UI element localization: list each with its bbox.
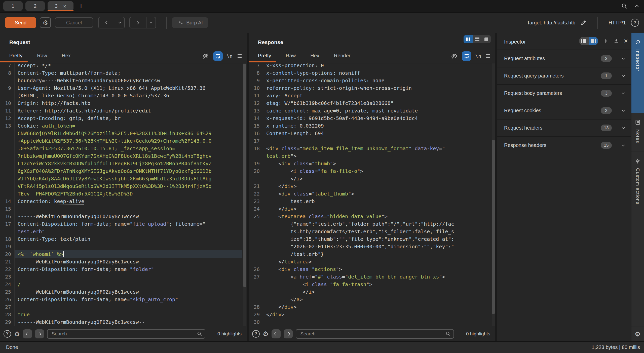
inspector-section-request-cookies[interactable]: Request cookies2 xyxy=(497,102,631,120)
forward-history-dropdown[interactable] xyxy=(146,17,156,28)
code-row[interactable]: 28 </div> xyxy=(249,303,495,311)
newline-toggle[interactable]: \n xyxy=(475,53,481,59)
code-row[interactable]: 14x-request-id: 9691d5bc-50af-443e-9494-… xyxy=(249,114,495,122)
response-tab-render[interactable]: Render xyxy=(334,53,351,59)
code-row[interactable]: 10Origin: http://facts.htb xyxy=(0,99,247,107)
response-tab-raw[interactable]: Raw xyxy=(286,53,296,59)
search-input[interactable] xyxy=(296,329,454,339)
code-row[interactable]: ize":15,"thumb":"","file_type":"unknown"… xyxy=(249,235,495,243)
pencil-icon[interactable] xyxy=(580,19,587,26)
code-row[interactable]: TEev--PH4FDQ%2FT%2Bn0r5XGCQXjC8w%3D%3D xyxy=(0,190,247,198)
code-row[interactable]: 26 <div class="actions"> xyxy=(249,265,495,273)
menu-icon[interactable] xyxy=(485,53,491,59)
expand-all-icon[interactable] xyxy=(603,38,609,44)
code-row[interactable]: 30 xyxy=(249,318,495,326)
response-tab-pretty[interactable]: Pretty xyxy=(258,53,271,59)
code-row[interactable]: 25------WebKitFormBoundaryuqOF0ZuyBc1wcc… xyxy=(0,288,247,296)
code-row[interactable]: 13cache-control: max-age=0, private, mus… xyxy=(249,107,495,114)
code-row[interactable]: 17Content-Disposition: form-data; name="… xyxy=(0,220,247,228)
code-row[interactable]: ts.htb/randomfacts/test.erb","is_folder"… xyxy=(249,228,495,235)
repeater-tab-1[interactable]: 1 xyxy=(3,1,23,11)
sidebar-tab-inspector[interactable]: Inspector xyxy=(631,33,644,113)
search-input[interactable] xyxy=(47,329,205,339)
search-icon[interactable] xyxy=(621,3,627,9)
code-row[interactable]: </i> xyxy=(249,175,495,182)
response-editor[interactable]: 7x-xss-protection: 08x-content-type-opti… xyxy=(249,63,495,326)
code-row[interactable]: L12dYeiWcY82kkvkcBxDDWfploffUlJIPeqRBJ9C… xyxy=(0,160,247,167)
code-row[interactable]: 23 xyxy=(0,273,247,281)
word-wrap-toggle[interactable] xyxy=(213,51,223,61)
code-row[interactable]: 13Cookie: auth_token= xyxy=(0,122,247,130)
layout-rows-button[interactable] xyxy=(473,35,482,43)
response-scrollbar[interactable] xyxy=(492,63,495,326)
code-row[interactable]: 20<%= `whoami` %> xyxy=(0,250,247,258)
repeater-tab-2[interactable]: 2 xyxy=(25,1,45,11)
code-row[interactable]: 12etag: W/"b61b319bc06cf4b1fc72341e8a028… xyxy=(249,99,495,107)
code-row[interactable]: 14Connection: keep-alive xyxy=(0,198,247,205)
code-row[interactable]: 29</div> xyxy=(249,311,495,318)
code-row[interactable]: (KHTML, like Gecko) Chrome/143.0.0.0 Saf… xyxy=(0,92,247,99)
code-row[interactable]: 7nUbzkwmjhmuUOO7GfcQKYam7SxXHqG%2F8UocXR… xyxy=(0,152,247,160)
code-row[interactable]: </textarea> xyxy=(249,258,495,265)
inspector-section-request-body-parameters[interactable]: Request body parameters3 xyxy=(497,85,631,102)
http-version-label[interactable]: HTTP/1 xyxy=(609,20,626,26)
code-row[interactable]: "2026-02-01T03:23:35.000+00:00","dimensi… xyxy=(249,243,495,250)
hidden-characters-icon[interactable] xyxy=(451,53,458,60)
code-row[interactable]: 10referrer-policy: strict-origin-when-cr… xyxy=(249,84,495,92)
search-previous-button[interactable] xyxy=(23,329,32,338)
code-row[interactable]: 12Accept-Encoding: gzip, deflate, br xyxy=(0,114,247,122)
code-row[interactable]: test.erb" xyxy=(0,228,247,235)
code-row[interactable]: WJTYbQzK4dj8A4cD6J1IVy8YmwIKIwsshjbhtXRm… xyxy=(0,175,247,182)
code-row[interactable]: 18Content-Type: text/plain xyxy=(0,235,247,243)
code-row[interactable]: 21------WebKitFormBoundaryuqOF0ZuyBc1wcc… xyxy=(0,258,247,265)
search-settings-gear-icon[interactable]: ⚙ xyxy=(14,331,20,337)
collapse-all-icon[interactable] xyxy=(613,38,619,44)
code-row[interactable]: 9User-Agent: Mozilla/5.0 (X11; Linux x86… xyxy=(0,84,247,92)
code-row[interactable]: 27 <a href="#" class="del_item btn btn-d… xyxy=(249,273,495,281)
code-row[interactable]: 6gXGzFO40A%2FDrATnNxgXMYSISJguAkveQoGsrO… xyxy=(0,167,247,175)
chevron-up-icon[interactable] xyxy=(634,3,639,9)
code-row[interactable]: 16------WebKitFormBoundaryuqOF0ZuyBc1wcc… xyxy=(0,213,247,220)
search-next-button[interactable] xyxy=(35,329,44,338)
repeater-tab-3[interactable]: 3 × xyxy=(48,1,73,11)
cancel-button[interactable]: Cancel xyxy=(55,17,93,28)
close-inspector-icon[interactable]: × xyxy=(624,37,628,45)
code-row[interactable]: test.erb"> xyxy=(249,152,495,160)
layout-single-button[interactable] xyxy=(482,35,491,43)
code-row[interactable]: 22Content-Disposition: form-data; name="… xyxy=(0,265,247,273)
request-tab-raw[interactable]: Raw xyxy=(37,53,47,59)
code-row[interactable]: 26Content-Disposition: form-data; name="… xyxy=(0,296,247,303)
sidebar-tab-custom-actions[interactable]: Custom actions xyxy=(631,151,644,208)
code-row[interactable]: 8x-content-type-options: nosniff xyxy=(249,69,495,77)
code-row[interactable]: 27 xyxy=(0,303,247,311)
code-row[interactable]: 7x-xss-protection: 0 xyxy=(249,63,495,69)
back-button[interactable] xyxy=(99,17,115,28)
inspector-section-response-headers[interactable]: Response headers15 xyxy=(497,137,631,154)
code-row[interactable]: <i class="fa fa-trash"> xyxy=(249,281,495,288)
code-row[interactable]: 18<div class="media_item file_item unkno… xyxy=(249,145,495,152)
code-row[interactable]: 8Content-Type: multipart/form-data; xyxy=(0,69,247,77)
search-previous-button[interactable] xyxy=(272,329,281,338)
inspector-section-request-query-parameters[interactable]: Request query parameters1 xyxy=(497,67,631,85)
code-row[interactable]: 7Accept: */* xyxy=(0,63,247,69)
code-row[interactable]: 20 <i class="fa fa-file-o"> xyxy=(249,167,495,175)
code-row[interactable]: 9x-permitted-cross-domain-policies: none xyxy=(249,77,495,84)
code-row[interactable]: 15 xyxy=(0,205,247,213)
request-tab-pretty[interactable]: Pretty xyxy=(9,53,22,59)
layout-columns-button[interactable] xyxy=(464,35,473,43)
code-row[interactable]: .0+Safari%2F537.36%2610.10.15.81; _facts… xyxy=(0,145,247,152)
inspector-section-request-attributes[interactable]: Request attributes2 xyxy=(497,50,631,67)
code-row[interactable]: 16Content-Length: 694 xyxy=(249,130,495,137)
word-wrap-toggle[interactable] xyxy=(462,51,471,61)
code-row[interactable]: boundary=----WebKitFormBoundaryuqOF0ZuyB… xyxy=(0,77,247,84)
forward-button[interactable] xyxy=(130,17,146,28)
help-icon[interactable]: ? xyxy=(252,330,260,338)
code-row[interactable]: 17 xyxy=(249,137,495,145)
code-row[interactable]: 19 <div class="thumb"> xyxy=(249,160,495,167)
code-row[interactable]: 22 <div class="label_thumb"> xyxy=(249,190,495,198)
code-row[interactable]: /test.erb"} xyxy=(249,250,495,258)
code-row[interactable]: 15x-runtime: 0.032209 xyxy=(249,122,495,130)
send-button[interactable]: Send xyxy=(5,17,36,28)
code-row[interactable]: {"name":"test.erb","folder_path":"/","ur… xyxy=(249,220,495,228)
inspector-docked-view-button[interactable] xyxy=(579,37,589,45)
